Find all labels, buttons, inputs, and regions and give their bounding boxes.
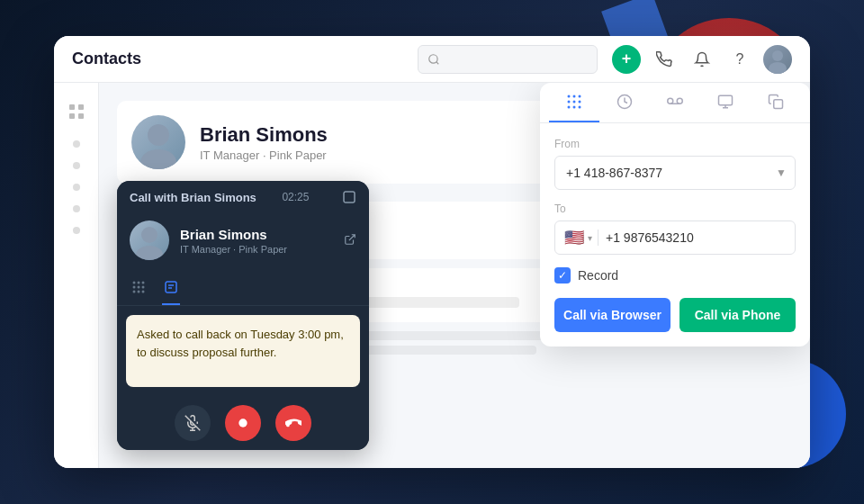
svg-point-26 [568,95,571,98]
dial-tab-copy[interactable] [751,83,801,122]
svg-rect-39 [719,95,733,105]
sidebar-dot-2 [73,162,80,169]
contact-name: Brian Simons [200,123,328,147]
record-button[interactable] [225,405,261,441]
svg-point-25 [238,418,247,427]
country-flag[interactable]: 🇺🇸 ▾ [564,228,592,248]
svg-point-10 [141,227,158,243]
svg-point-2 [769,62,787,74]
svg-point-31 [579,101,581,104]
svg-rect-21 [166,282,176,292]
from-select-wrapper[interactable]: +1 418-867-8377 ▼ [554,156,796,190]
svg-point-18 [133,291,136,293]
svg-point-29 [568,101,571,104]
field-separator [598,230,598,246]
call-tab-dialpad[interactable] [130,274,148,305]
to-number: +1 9876543210 [606,230,786,245]
svg-rect-4 [78,104,84,110]
svg-point-17 [142,286,145,289]
to-field[interactable]: 🇺🇸 ▾ +1 9876543210 [554,220,796,255]
sidebar-dot-4 [73,205,80,212]
page-title: Contacts [72,50,141,68]
svg-point-33 [573,106,576,109]
sidebar [54,83,99,468]
contact-role: IT Manager · Pink Paper [200,148,328,162]
sidebar-dot-1 [73,140,80,148]
call-widget-title: Call with Brian Simons [130,191,256,204]
svg-point-15 [133,286,136,289]
contact-avatar [131,115,185,169]
dial-buttons: Call via Browser Call via Phone [554,298,796,332]
dial-tab-voicemail[interactable] [650,83,700,122]
call-contact-name: Brian Simons [180,227,287,242]
call-via-browser-button[interactable]: Call via Browser [554,298,670,332]
svg-point-13 [138,282,140,284]
header: Contacts + ? [54,36,810,83]
call-note-text: Asked to call back on Tuesday 3:00 pm, t… [137,326,349,361]
svg-point-20 [142,291,145,293]
call-contact-details: Brian Simons IT Manager · Pink Paper [180,227,287,255]
call-contact-info: Brian Simons IT Manager · Pink Paper [117,213,369,271]
record-checkbox[interactable]: ✓ [554,267,571,284]
svg-point-19 [138,291,140,293]
sidebar-item-grid[interactable] [62,97,91,126]
call-contact-role: IT Manager · Pink Paper [180,244,287,255]
svg-rect-5 [69,113,75,119]
svg-point-11 [136,246,163,260]
help-button[interactable]: ? [725,45,754,74]
external-link-icon[interactable] [344,233,356,248]
call-timer: 02:25 [282,191,309,203]
call-controls [117,396,369,450]
dial-panel-tabs [540,83,810,123]
call-tab-notes[interactable] [162,274,180,305]
call-button[interactable] [650,45,679,74]
dial-panel-body: From +1 418-867-8377 ▼ To 🇺🇸 ▾ +1 987654… [540,123,810,346]
dial-tab-dialpad[interactable] [549,83,599,122]
record-label: Record [578,268,618,283]
svg-rect-6 [78,113,84,119]
svg-point-34 [579,106,581,109]
svg-point-8 [140,149,176,169]
dial-tab-monitor[interactable] [700,83,751,122]
sidebar-dot-3 [73,184,80,191]
call-widget-header: Call with Brian Simons 02:25 [117,181,369,213]
call-note-area[interactable]: Asked to call back on Tuesday 3:00 pm, t… [126,315,360,387]
record-row: ✓ Record [554,267,796,284]
svg-point-14 [142,282,145,284]
svg-point-16 [138,286,140,289]
svg-point-27 [573,95,576,98]
call-via-phone-button[interactable]: Call via Phone [680,298,796,332]
us-flag: 🇺🇸 [564,228,584,248]
call-contact-avatar [130,220,169,260]
mute-button[interactable] [175,405,211,441]
user-avatar[interactable] [763,45,792,74]
svg-point-7 [148,124,169,146]
svg-point-37 [677,98,682,104]
contact-info-block: Brian Simons IT Manager · Pink Paper [200,123,328,162]
add-button[interactable]: + [612,45,641,74]
svg-rect-3 [69,104,75,110]
svg-point-30 [573,101,576,104]
to-label: To [554,202,796,215]
svg-point-12 [133,282,136,284]
dial-tab-recent[interactable] [599,83,650,122]
svg-point-0 [429,54,437,62]
sidebar-dot-5 [73,227,80,234]
select-arrow-icon: ▼ [776,166,787,179]
hangup-button[interactable] [275,405,311,441]
call-widget: Call with Brian Simons 02:25 Brian [117,181,369,450]
svg-rect-42 [774,100,783,109]
call-widget-tabs [117,271,369,306]
svg-point-1 [772,50,783,61]
svg-point-28 [579,95,581,98]
search-bar[interactable] [418,45,598,74]
from-select[interactable]: +1 418-867-8377 [554,156,796,190]
minimize-icon[interactable] [342,190,356,204]
search-icon [428,53,440,66]
notification-button[interactable] [688,45,716,74]
from-label: From [554,138,796,150]
content-area: Brian Simons IT Manager · Pink Paper Mob… [54,83,810,468]
svg-rect-9 [344,192,355,202]
contact-panel: Brian Simons IT Manager · Pink Paper Mob… [99,83,810,468]
svg-point-32 [568,106,571,109]
